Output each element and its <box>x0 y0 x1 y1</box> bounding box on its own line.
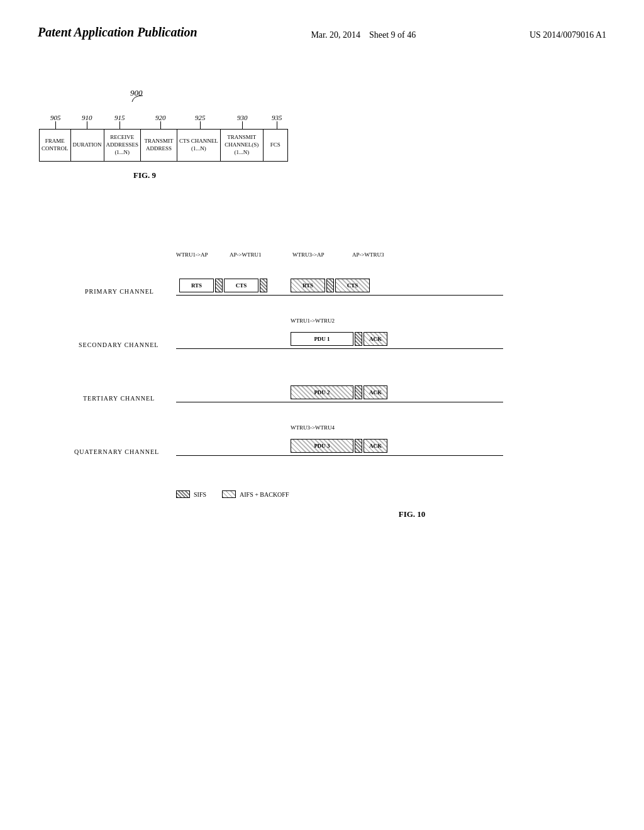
header-center: Mar. 20, 2014 Sheet 9 of 46 <box>311 30 416 40</box>
label-ap-wtru3: AP->WTRU3 <box>352 252 384 258</box>
rts-block-1: RTS <box>179 279 214 292</box>
pdu1-block: PDU 1 <box>291 332 353 346</box>
cell-fcs: FCS <box>264 130 287 161</box>
legend-aifs-box <box>222 490 236 498</box>
ack-block-sec: ACK <box>364 332 387 346</box>
label-wtru1-wtru2: WTRU1->WTRU2 <box>291 318 335 324</box>
fig9-ref-labels: 905 910 915 920 925 <box>39 97 284 129</box>
patent-number: US 2014/0079016 A1 <box>530 30 606 40</box>
primary-channel-row: PRIMARY CHANNEL WTRU1->AP AP->WTRU1 WTRU… <box>176 277 616 296</box>
fig9-label: FIG. 9 <box>133 170 288 180</box>
quaternary-channel-row: QUATERNARY CHANNEL WTRU3->WTRU4 PDU 3 AC… <box>176 437 616 456</box>
label-wtru3-ap: WTRU3->AP <box>292 252 325 258</box>
cell-receive-addresses: RECEIVEADDRESSES(1...N) <box>104 130 142 161</box>
tertiary-channel-row: TERTIARY CHANNEL PDU 2 ACK <box>176 384 616 402</box>
legend-sifs-box <box>176 490 190 498</box>
sifs-sec-1 <box>355 332 362 346</box>
secondary-channel-label: SECONDARY CHANNEL <box>79 341 158 348</box>
sifs-2 <box>260 279 267 292</box>
fig10-label: FIG. 10 <box>208 509 616 519</box>
cell-cts-channel: CTS CHANNEL(1...N) <box>177 130 221 161</box>
tertiary-channel-timeline: PDU 2 ACK <box>176 384 503 402</box>
cell-transmit-address: TRANSMITADDRESS <box>141 130 177 161</box>
quaternary-channel-label: QUATERNARY CHANNEL <box>74 448 159 455</box>
frame-table: FRAMECONTROL DURATION RECEIVEADDRESSES(1… <box>39 129 288 162</box>
pdu3-block: PDU 3 <box>291 439 353 453</box>
cts-block-1: CTS <box>224 279 258 292</box>
legend-sifs-label: SIFS <box>194 491 206 498</box>
fig10-legend: SIFS AIFS + BACKOFF <box>176 490 616 498</box>
sifs-ter-1 <box>355 385 362 399</box>
tertiary-channel-label: TERTIARY CHANNEL <box>83 395 155 402</box>
page-header: Patent Application Publication Mar. 20, … <box>38 25 606 40</box>
ack-block-quat: ACK <box>364 439 387 453</box>
cell-duration: DURATION <box>71 130 104 161</box>
fig9-diagram: 900 905 910 915 920 <box>39 97 288 180</box>
fig10-diagram: PRIMARY CHANNEL WTRU1->AP AP->WTRU1 WTRU… <box>176 277 616 519</box>
sifs-quat-1 <box>355 439 362 453</box>
legend-aifs-label: AIFS + BACKOFF <box>240 491 289 498</box>
label-wtru1-ap: WTRU1->AP <box>176 252 208 258</box>
legend-sifs: SIFS <box>176 490 206 498</box>
sifs-3 <box>326 279 334 292</box>
rts-block-2: RTS <box>291 279 325 292</box>
patent-title: Patent Application Publication <box>38 25 197 40</box>
secondary-channel-timeline: WTRU1->WTRU2 PDU 1 ACK <box>176 330 503 349</box>
primary-channel-label: PRIMARY CHANNEL <box>85 288 154 295</box>
cts-block-2: CTS <box>335 279 370 292</box>
primary-channel-timeline: WTRU1->AP AP->WTRU1 WTRU3->AP AP->WTRU3 … <box>176 277 503 296</box>
legend-aifs: AIFS + BACKOFF <box>222 490 289 498</box>
cell-transmit-channels: TRANSMITCHANNEL(S)(1...N) <box>221 130 264 161</box>
label-ap-wtru1: AP->WTRU1 <box>230 252 262 258</box>
pdu2-block: PDU 2 <box>291 385 353 399</box>
secondary-channel-row: SECONDARY CHANNEL WTRU1->WTRU2 PDU 1 ACK <box>176 330 616 349</box>
label-wtru3-wtru4: WTRU3->WTRU4 <box>291 424 335 431</box>
sifs-1 <box>215 279 223 292</box>
ack-block-ter: ACK <box>364 385 387 399</box>
cell-frame-control: FRAMECONTROL <box>40 130 71 161</box>
page: Patent Application Publication Mar. 20, … <box>0 0 644 830</box>
quaternary-channel-timeline: WTRU3->WTRU4 PDU 3 ACK <box>176 437 503 456</box>
